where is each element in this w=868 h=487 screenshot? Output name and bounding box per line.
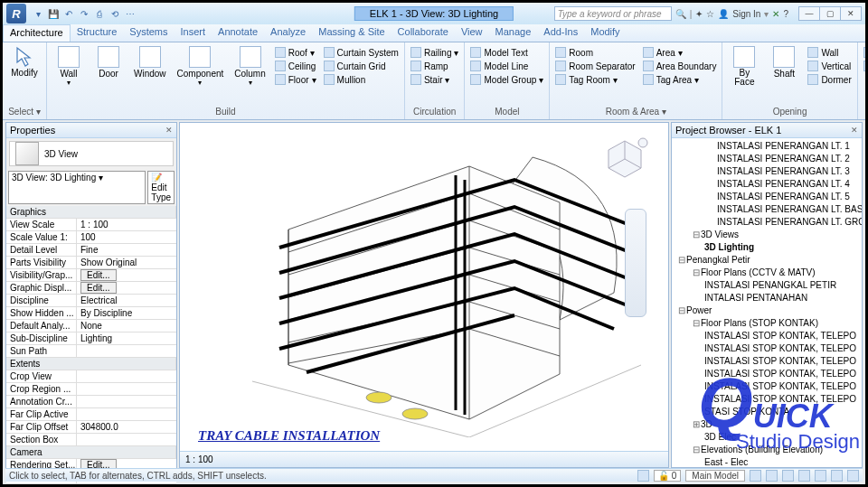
tree-twisty-icon[interactable]: ⊟	[692, 229, 701, 241]
design-options-icon[interactable]	[782, 470, 794, 482]
tree-item[interactable]: ⊟Floor Plans (STOP KONTAK)	[672, 317, 862, 330]
railing-button[interactable]: Railing	[424, 48, 452, 58]
component-icon[interactable]	[189, 46, 211, 68]
by-face-button[interactable]: ByFace	[734, 69, 754, 87]
tree-item[interactable]: East - Elec	[672, 456, 862, 467]
tree-item[interactable]: INSTALASI PENERANGAN LT. 2	[672, 153, 862, 165]
filter-icon[interactable]	[750, 470, 761, 482]
curtain-grid-icon[interactable]	[324, 61, 335, 71]
type-selector[interactable]: 3D View: 3D Lighting ▾	[8, 171, 146, 204]
model-selector[interactable]: Main Model	[685, 470, 745, 482]
wall-button[interactable]: Wall	[60, 69, 77, 79]
property-row[interactable]: Crop Region ...	[6, 383, 176, 396]
model-line-button[interactable]: Model Line	[484, 61, 528, 71]
mullion-button[interactable]: Mullion	[337, 75, 366, 85]
room-sep-button[interactable]: Room Separator	[569, 61, 635, 71]
floor-icon[interactable]	[275, 74, 286, 85]
wall-opening-icon[interactable]	[807, 47, 818, 58]
worksets-icon[interactable]	[766, 470, 778, 482]
property-value[interactable]	[77, 414, 176, 416]
property-row[interactable]: DisciplineElectrical	[6, 295, 176, 307]
tab-collaborate[interactable]: Collaborate	[392, 24, 455, 42]
tree-item[interactable]: INSTALASI PENANGKAL PETIR	[672, 279, 862, 292]
tree-item[interactable]: ⊟3D Views	[672, 229, 862, 241]
property-row[interactable]: Sub-DisciplineLighting	[6, 332, 176, 345]
qat-redo-icon[interactable]: ↷	[78, 7, 90, 20]
window-button[interactable]: Window	[134, 69, 166, 79]
sync-icon[interactable]	[831, 470, 843, 482]
room-icon[interactable]	[555, 47, 566, 58]
graphics-group[interactable]: Graphics	[6, 206, 176, 218]
tab-manage[interactable]: Manage	[489, 24, 538, 42]
ramp-button[interactable]: Ramp	[424, 61, 448, 71]
property-row[interactable]: Visibility/Grap...Edit...	[6, 269, 176, 282]
vertical-icon[interactable]	[807, 61, 818, 71]
modify-button[interactable]: Modify	[11, 68, 37, 78]
tab-insert[interactable]: Insert	[175, 24, 212, 42]
tree-item[interactable]: ⊟Penangkal Petir	[672, 254, 862, 267]
wall-opening-button[interactable]: Wall	[821, 48, 838, 58]
tree-item[interactable]: INSTALASI PENERANGAN LT. 4	[672, 178, 862, 191]
property-value[interactable]: 1 : 100	[77, 219, 176, 230]
tree-twisty-icon[interactable]: ⊟	[677, 254, 686, 267]
model-text-button[interactable]: Model Text	[484, 48, 527, 58]
property-value[interactable]: Fine	[77, 244, 176, 256]
properties-close-icon[interactable]: ✕	[165, 126, 173, 135]
level-icon[interactable]	[863, 47, 868, 58]
curtain-grid-button[interactable]: Curtain Grid	[337, 61, 386, 71]
model-line-icon[interactable]	[470, 61, 481, 71]
camera-group[interactable]: Camera	[6, 446, 176, 458]
component-button[interactable]: Component	[177, 69, 224, 79]
property-value[interactable]	[77, 401, 176, 403]
mullion-icon[interactable]	[324, 74, 335, 85]
help-icon[interactable]: ?	[783, 9, 788, 19]
ceiling-button[interactable]: Ceiling	[288, 61, 316, 71]
comm-center-icon[interactable]: ✦	[695, 9, 703, 19]
tree-item[interactable]: ⊟Floor Plans (CCTV & MATV)	[672, 267, 862, 279]
view-cube[interactable]	[599, 134, 650, 184]
property-value[interactable]: Lighting	[77, 332, 176, 344]
property-row[interactable]: Default Analy...None	[6, 320, 176, 332]
property-value[interactable]: Show Original	[77, 257, 176, 268]
shaft-icon[interactable]	[773, 46, 795, 68]
tab-systems[interactable]: Systems	[123, 24, 174, 42]
curtain-system-button[interactable]: Curtain System	[337, 48, 399, 58]
tab-massing-site[interactable]: Massing & Site	[312, 24, 391, 42]
property-value[interactable]: None	[77, 320, 176, 332]
tab-architecture[interactable]: Architecture	[3, 24, 71, 42]
tree-item[interactable]: INSTALASI PENERANGAN LT. 3	[672, 165, 862, 178]
property-value[interactable]	[77, 376, 176, 378]
property-row[interactable]: Sun Path	[6, 345, 176, 358]
model-text-icon[interactable]	[470, 47, 481, 58]
tab-structure[interactable]: Structure	[71, 24, 124, 42]
search-icon[interactable]: 🔍	[675, 9, 686, 19]
extents-group[interactable]: Extents	[6, 358, 176, 370]
tree-item[interactable]: INSTALASI PENERANGAN LT. GRO	[672, 216, 862, 229]
signin-icon[interactable]: 👤	[718, 9, 729, 19]
window-icon[interactable]	[139, 46, 161, 68]
property-value[interactable]	[77, 439, 176, 441]
property-row[interactable]: Detail LevelFine	[6, 244, 176, 257]
property-value[interactable]	[77, 389, 176, 390]
tree-item[interactable]: ⊟Elevations (Building Elevation)	[672, 444, 862, 456]
minimize-button[interactable]: —	[798, 6, 820, 21]
ceiling-icon[interactable]	[275, 61, 286, 71]
grid-icon[interactable]	[863, 61, 868, 71]
close-button[interactable]: ✕	[840, 6, 862, 21]
favorite-icon[interactable]: ☆	[706, 9, 714, 19]
model-group-button[interactable]: Model Group	[484, 75, 536, 85]
wall-icon[interactable]	[58, 46, 80, 68]
tab-view[interactable]: View	[455, 24, 489, 42]
tree-item[interactable]: INSTALASI STOP KONTAK, TELEPO	[672, 355, 862, 368]
app-logo[interactable]: R	[6, 4, 26, 23]
area-button[interactable]: Area	[656, 48, 675, 58]
property-row[interactable]: Section Box	[6, 434, 176, 446]
search-input[interactable]: Type a keyword or phrase	[554, 6, 672, 21]
vertical-button[interactable]: Vertical	[821, 61, 851, 71]
property-value[interactable]: 304800.0	[77, 421, 176, 433]
stair-button[interactable]: Stair	[424, 75, 443, 85]
property-row[interactable]: Graphic Displ...Edit...	[6, 282, 176, 295]
shaft-button[interactable]: Shaft	[774, 69, 795, 79]
exchange-icon[interactable]: ✕	[772, 9, 779, 19]
tree-twisty-icon[interactable]: ⊟	[692, 317, 701, 330]
